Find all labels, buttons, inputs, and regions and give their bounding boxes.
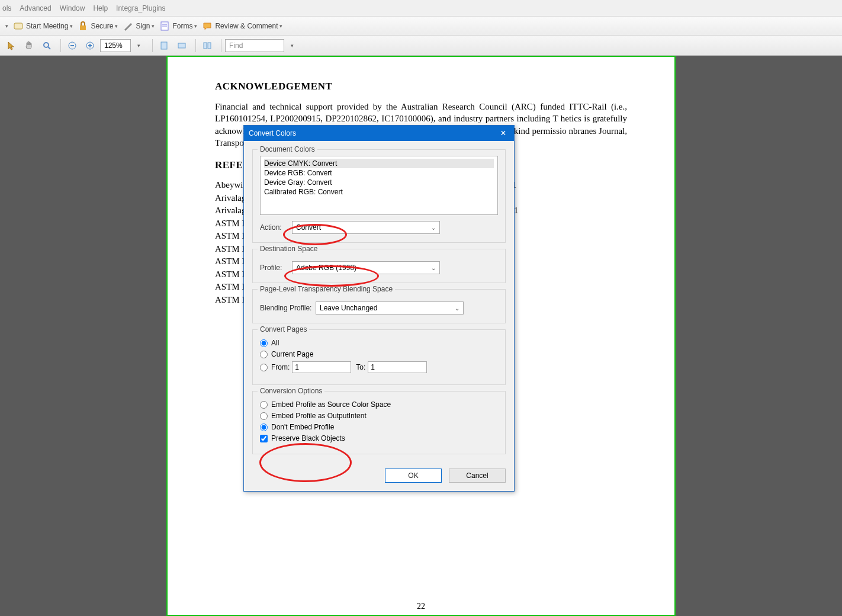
svg-rect-0 bbox=[14, 23, 23, 29]
pen-icon bbox=[123, 21, 133, 31]
page-number: 22 bbox=[417, 602, 425, 611]
fit-page-button[interactable] bbox=[156, 38, 172, 53]
select-tool[interactable] bbox=[4, 38, 19, 53]
ok-button[interactable]: OK bbox=[385, 469, 442, 483]
checkbox-input[interactable] bbox=[260, 435, 268, 442]
menu-item[interactable]: ols bbox=[2, 4, 11, 12]
destination-space-group: Destination Space Profile: Adobe RGB (19… bbox=[252, 249, 506, 283]
radio-input[interactable] bbox=[260, 424, 268, 431]
find-input[interactable]: Find bbox=[225, 39, 284, 52]
dialog-titlebar[interactable]: Convert Colors × bbox=[244, 126, 514, 141]
chevron-down-icon: ⌄ bbox=[431, 224, 436, 231]
chevron-down-icon: ⌄ bbox=[455, 305, 459, 312]
svg-rect-1 bbox=[80, 25, 86, 30]
group-label: Convert Pages bbox=[258, 325, 309, 333]
conversion-options-group: Conversion Options Embed Profile as Sour… bbox=[252, 391, 506, 454]
group-label: Conversion Options bbox=[258, 387, 324, 395]
close-icon[interactable]: × bbox=[497, 128, 509, 139]
start-meeting-button[interactable]: Start Meeting▾ bbox=[13, 21, 73, 31]
menu-item[interactable]: Window bbox=[60, 4, 85, 12]
to-label: To: bbox=[356, 363, 365, 371]
svg-point-5 bbox=[44, 43, 49, 47]
to-input[interactable] bbox=[368, 361, 427, 373]
blending-space-group: Page-Level Transparency Blending Space B… bbox=[252, 289, 506, 323]
lock-icon bbox=[78, 21, 88, 31]
radio-embed-source[interactable]: Embed Profile as Source Color Space bbox=[260, 400, 498, 409]
document-colors-list[interactable]: Device CMYK: Convert Device RGB: Convert… bbox=[260, 156, 498, 215]
from-input[interactable] bbox=[292, 361, 351, 373]
menu-item[interactable]: Advanced bbox=[20, 4, 51, 12]
forms-button[interactable]: Forms▾ bbox=[159, 21, 197, 31]
menu-bar: ols Advanced Window Help Integra_Plugins bbox=[0, 0, 842, 17]
convert-colors-dialog: Convert Colors × Document Colors Device … bbox=[243, 125, 515, 492]
list-item[interactable]: Device RGB: Convert bbox=[264, 168, 494, 178]
radio-embed-output[interactable]: Embed Profile as OutputIntent bbox=[260, 412, 498, 420]
radio-input[interactable] bbox=[260, 351, 268, 358]
svg-rect-12 bbox=[161, 42, 167, 49]
comment-icon bbox=[202, 21, 213, 31]
chevron-down-icon: ⌄ bbox=[431, 265, 436, 271]
secure-button[interactable]: Secure▾ bbox=[78, 21, 118, 31]
sign-button[interactable]: Sign▾ bbox=[123, 21, 155, 31]
menu-item[interactable]: Help bbox=[93, 4, 108, 12]
radio-current[interactable]: Current Page bbox=[260, 350, 498, 358]
radio-input[interactable] bbox=[260, 412, 268, 420]
svg-rect-14 bbox=[204, 43, 207, 49]
profile-select[interactable]: Adobe RGB (1998)⌄ bbox=[292, 261, 440, 274]
zoom-dropdown[interactable]: ▾ bbox=[131, 38, 146, 53]
list-item[interactable]: Device CMYK: Convert bbox=[264, 159, 494, 168]
view-toolbar: 125% ▾ Find ▾ bbox=[0, 36, 842, 56]
menu-item[interactable]: Integra_Plugins bbox=[116, 4, 165, 12]
toolbar-dropdown[interactable]: ▾ bbox=[4, 23, 8, 29]
ack-heading: ACKNOWLEDGEMENT bbox=[215, 81, 627, 92]
hand-tool[interactable] bbox=[21, 38, 37, 53]
two-page-button[interactable] bbox=[200, 38, 215, 53]
radio-input[interactable] bbox=[260, 364, 268, 371]
zoom-level-input[interactable]: 125% bbox=[100, 39, 131, 52]
action-select[interactable]: Convert⌄ bbox=[292, 221, 440, 234]
group-label: Destination Space bbox=[258, 245, 320, 253]
checkbox-preserve-black[interactable]: Preserve Black Objects bbox=[260, 434, 498, 442]
convert-pages-group: Convert Pages All Current Page From: To: bbox=[252, 329, 506, 385]
dialog-title-text: Convert Colors bbox=[249, 129, 296, 137]
document-colors-group: Document Colors Device CMYK: Convert Dev… bbox=[252, 149, 506, 243]
svg-line-6 bbox=[48, 47, 50, 49]
zoom-out-button[interactable] bbox=[65, 38, 80, 53]
find-dropdown[interactable]: ▾ bbox=[284, 38, 300, 53]
svg-rect-15 bbox=[208, 43, 211, 49]
zoom-in-button[interactable] bbox=[82, 38, 98, 53]
radio-input[interactable] bbox=[260, 401, 268, 409]
review-comment-button[interactable]: Review & Comment▾ bbox=[202, 21, 282, 31]
radio-input[interactable] bbox=[260, 339, 268, 347]
zoom-tool[interactable] bbox=[39, 38, 54, 53]
radio-from[interactable]: From: To: bbox=[260, 361, 498, 373]
blending-select[interactable]: Leave Unchanged⌄ bbox=[316, 301, 464, 315]
forms-icon bbox=[159, 21, 170, 31]
blending-label: Blending Profile: bbox=[260, 304, 316, 312]
radio-dont-embed[interactable]: Don't Embed Profile bbox=[260, 423, 498, 431]
cancel-button[interactable]: Cancel bbox=[449, 469, 506, 483]
list-item[interactable]: Device Gray: Convert bbox=[264, 178, 494, 187]
group-label: Page-Level Transparency Blending Space bbox=[258, 285, 395, 293]
meeting-icon bbox=[13, 21, 24, 31]
profile-label: Profile: bbox=[260, 264, 292, 272]
group-label: Document Colors bbox=[258, 145, 317, 153]
svg-rect-13 bbox=[178, 43, 185, 48]
list-item[interactable]: Calibrated RGB: Convert bbox=[264, 187, 494, 197]
radio-all[interactable]: All bbox=[260, 339, 498, 347]
action-label: Action: bbox=[260, 223, 292, 232]
fit-width-button[interactable] bbox=[174, 38, 189, 53]
main-toolbar: ▾ Start Meeting▾ Secure▾ Sign▾ Forms▾ Re… bbox=[0, 17, 842, 36]
